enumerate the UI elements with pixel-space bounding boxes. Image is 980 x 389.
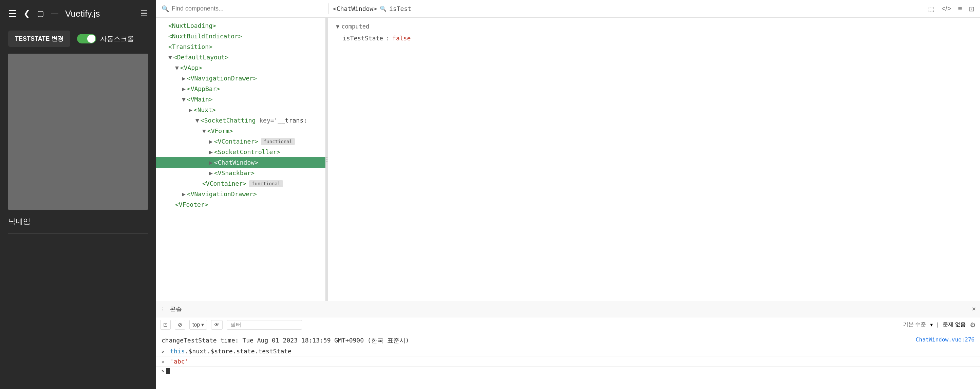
console-preserve-log-button[interactable]: ⊡ xyxy=(160,320,171,330)
clear-icon: ⊘ xyxy=(178,322,182,328)
expand-icon[interactable]: < xyxy=(162,359,164,365)
input-arrow: > xyxy=(162,368,164,374)
code-toggle-icon[interactable]: </> xyxy=(941,5,951,13)
search-wrapper: 🔍 xyxy=(162,5,325,13)
badge-functional: functional xyxy=(261,138,295,145)
list-icon[interactable]: ≡ xyxy=(958,5,962,13)
prop-colon: : xyxy=(386,35,390,42)
tag-name: <NuxtLoading> xyxy=(168,22,216,29)
expand-arrow: ▶ xyxy=(182,75,186,82)
external-icon[interactable]: ⊡ xyxy=(969,5,975,13)
attr-key: key= xyxy=(256,117,274,124)
tag-name: <VAppBar> xyxy=(187,85,220,92)
tag-name: <NuxtBuildIndicator> xyxy=(168,33,242,40)
tree-item[interactable]: ▼ <VApp> xyxy=(156,62,325,73)
tree-item[interactable]: <NuxtLoading> xyxy=(156,21,325,31)
tree-item[interactable]: ▶ <VContainer> functional xyxy=(156,136,325,147)
toolbar-divider xyxy=(328,3,329,14)
component-details: ▼ computed isTestState : false xyxy=(328,18,980,301)
tag-name: <VMain> xyxy=(187,96,213,103)
tree-item[interactable]: ▼ <SocketChatting key='__trans: xyxy=(156,115,325,126)
console-log-row: changeTestState time: Tue Aug 01 2023 18… xyxy=(156,335,980,346)
breadcrumb-component-name: <ChatWindow> xyxy=(333,5,377,12)
tag-name: <VSnackbar> xyxy=(214,169,255,177)
find-components-input[interactable] xyxy=(172,5,325,12)
expand-arrow: ▶ xyxy=(209,138,213,145)
breadcrumb-prop-name: isTest xyxy=(389,5,411,12)
app-header: ☰ ❮ ▢ — Vuetify.js ☰ xyxy=(0,0,156,27)
tree-item[interactable]: <Transition> xyxy=(156,41,325,52)
console-cursor xyxy=(166,368,170,374)
top-dropdown-button[interactable]: top ▾ xyxy=(189,320,207,330)
tree-item[interactable]: <VContainer> functional xyxy=(156,178,325,189)
prop-key: isTestState xyxy=(343,35,383,42)
tag-name: <DefaultLayout> xyxy=(173,54,229,61)
log-source[interactable]: ChatWindow.vue:276 xyxy=(916,336,975,343)
tree-item[interactable]: <VFooter> xyxy=(156,199,325,210)
tree-item[interactable]: ▶ <VNavigationDrawer> xyxy=(156,73,325,83)
window-icon[interactable]: ▢ xyxy=(37,9,44,18)
tree-item[interactable]: ▶ <SocketController> xyxy=(156,147,325,157)
console-log-row: > this.$nuxt.$store.state.testState xyxy=(156,346,980,356)
tree-item-selected[interactable]: ▶ <ChatWindow> xyxy=(156,157,325,168)
badge-functional: functional xyxy=(249,180,283,187)
auto-scroll-toggle-container: 자동스크롤 xyxy=(77,34,134,43)
tag-name: <VFooter> xyxy=(175,201,208,208)
component-breadcrumb: <ChatWindow> 🔍 isTest xyxy=(333,5,924,12)
tree-item[interactable]: ▶ <VNavigationDrawer> xyxy=(156,189,325,199)
tag-name: <VContainer> xyxy=(202,180,247,187)
tag-name: <Transition> xyxy=(168,43,212,50)
console-input-row: > xyxy=(156,367,980,375)
dash-icon[interactable]: — xyxy=(51,9,58,18)
tree-item[interactable]: ▶ <VSnackbar> xyxy=(156,168,325,178)
attr-val: '__trans: xyxy=(274,117,307,124)
app-preview-area xyxy=(8,54,148,210)
tag-name: <VNavigationDrawer> xyxy=(187,75,257,82)
console-filter-bar: ⊡ ⊘ top ▾ 👁 기본 수준 ▾ | 문제 없음 ⚙ xyxy=(156,317,980,332)
string-value: 'abc' xyxy=(170,358,188,365)
screenshot-icon[interactable]: ⬚ xyxy=(928,5,934,13)
expand-arrow: ▼ xyxy=(182,96,186,103)
back-icon[interactable]: ❮ xyxy=(24,9,30,18)
tag-name: <SocketChatting xyxy=(200,117,256,124)
expand-arrow: ▶ xyxy=(182,190,186,198)
nickname-label: 닉네임 xyxy=(0,210,156,234)
preserve-log-icon: ⊡ xyxy=(163,322,168,328)
toggle-knob xyxy=(87,35,95,43)
tree-item[interactable]: ▶ <VAppBar> xyxy=(156,83,325,94)
tree-item[interactable]: ▶ <Nuxt> xyxy=(156,105,325,115)
console-close-button[interactable]: × xyxy=(972,305,976,313)
section-arrow: ▼ xyxy=(336,23,339,30)
expand-icon[interactable]: > xyxy=(162,349,164,354)
eye-filter-button[interactable]: 👁 xyxy=(211,320,223,330)
expand-arrow: ▼ xyxy=(196,117,199,124)
tree-item[interactable]: <NuxtBuildIndicator> xyxy=(156,31,325,41)
console-toolbar: ⋮ 콘솔 × xyxy=(156,301,980,317)
tree-item[interactable]: ▼ <VMain> xyxy=(156,94,325,105)
selected-tag-name: <ChatWindow> xyxy=(214,159,258,166)
tree-item[interactable]: ▼ <DefaultLayout> xyxy=(156,52,325,62)
test-state-button[interactable]: TESTSTATE 변경 xyxy=(8,30,70,47)
console-clear-button[interactable]: ⊘ xyxy=(175,320,185,330)
console-settings-icon[interactable]: ⚙ xyxy=(970,321,976,329)
drag-handle-icon[interactable]: ⋮ xyxy=(160,306,165,312)
log-text: > this.$nuxt.$store.state.testState xyxy=(162,348,291,355)
auto-scroll-toggle[interactable] xyxy=(77,34,96,43)
log-level-select[interactable]: 기본 수준 xyxy=(903,321,926,328)
console-log-row: < 'abc' xyxy=(156,356,980,367)
devtools-main: <NuxtLoading> <NuxtBuildIndicator> <Tran… xyxy=(156,18,980,301)
expand-arrow: ▶ xyxy=(182,85,186,92)
tag-name: <VContainer> xyxy=(214,138,258,145)
level-dropdown-arrow: ▾ xyxy=(930,322,933,328)
separator: | xyxy=(937,322,938,328)
expand-arrow: ▼ xyxy=(202,127,206,134)
tag-name: <SocketController> xyxy=(214,148,280,155)
tag-name: <VApp> xyxy=(180,64,202,71)
hamburger-icon[interactable]: ☰ xyxy=(8,8,17,19)
menu-icon[interactable]: ☰ xyxy=(140,9,148,18)
console-filter-input[interactable] xyxy=(227,320,302,330)
breadcrumb-search-icon[interactable]: 🔍 xyxy=(380,5,387,12)
tree-item[interactable]: ▼ <VForm> xyxy=(156,126,325,136)
prop-value: false xyxy=(392,35,410,42)
console-content: changeTestState time: Tue Aug 01 2023 18… xyxy=(156,332,980,389)
